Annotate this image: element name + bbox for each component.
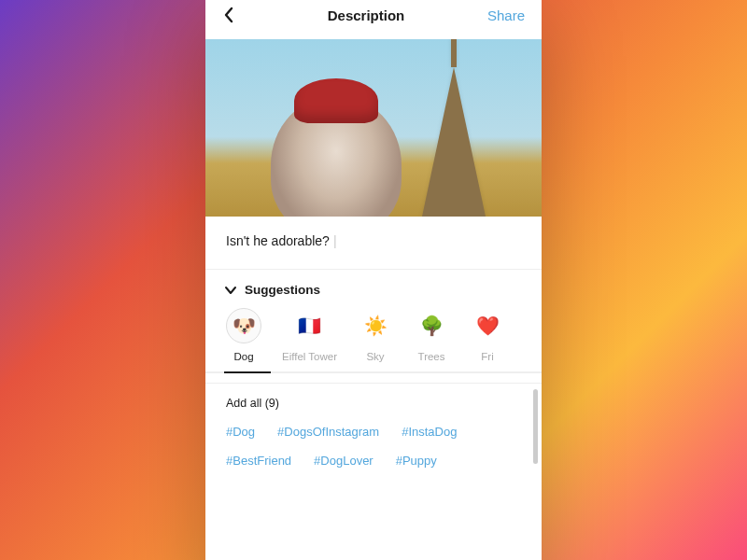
suggestions-label: Suggestions [245,283,320,297]
category-sky[interactable]: ☀️ Sky [358,308,393,362]
dog-illustration [271,95,402,217]
page-title: Description [328,7,405,23]
suggestions-toggle[interactable]: Suggestions [224,283,523,297]
hashtag[interactable]: #InstaDog [402,425,457,439]
category-friends[interactable]: ❤️ Fri [470,308,505,362]
category-label: Fri [481,351,493,362]
hashtag[interactable]: #DogLover [314,454,374,468]
share-button[interactable]: Share [487,7,525,23]
category-tabs: 🐶 Dog 🇫🇷 Eiffel Tower ☀️ Sky 🌳 Trees ❤️ … [224,308,523,362]
hashtag[interactable]: #DogsOfInstagram [277,425,379,439]
hashtag[interactable]: #Puppy [396,454,437,468]
heart-icon: ❤️ [470,308,505,343]
category-label: Dog [233,351,253,362]
category-label: Sky [366,351,384,362]
eiffel-tower-icon [422,67,486,217]
hashtag-area: Add all (9) #Dog #DogsOfInstagram #Insta… [205,384,542,484]
dog-icon: 🐶 [226,308,261,343]
category-label: Trees [418,351,445,362]
caption-input[interactable]: Isn't he adorable? [205,217,542,270]
france-flag-icon: 🇫🇷 [292,308,328,343]
tag-row: #BestFriend #DogLover #Puppy [226,454,521,468]
scrollbar[interactable] [533,389,538,464]
post-photo[interactable] [205,39,542,217]
caption-text: Isn't he adorable? [226,233,337,248]
hashtag[interactable]: #Dog [226,425,255,439]
category-trees[interactable]: 🌳 Trees [414,308,449,362]
tree-icon: 🌳 [414,308,449,343]
suggestions-section: Suggestions 🐶 Dog 🇫🇷 Eiffel Tower ☀️ Sky… [205,270,542,384]
category-eiffel[interactable]: 🇫🇷 Eiffel Tower [282,308,337,362]
category-label: Eiffel Tower [282,351,337,362]
category-dog[interactable]: 🐶 Dog [226,308,261,362]
add-all-button[interactable]: Add all (9) [226,397,521,410]
sun-icon: ☀️ [358,308,393,343]
chevron-down-icon [224,286,237,295]
header-bar: Description Share [205,0,542,39]
tag-row: #Dog #DogsOfInstagram #InstaDog [226,425,521,439]
phone-frame: Description Share Isn't he adorable? Sug… [205,0,542,560]
chevron-left-icon [222,7,235,23]
tab-indicator [205,371,542,373]
hashtag[interactable]: #BestFriend [226,454,291,468]
back-button[interactable] [222,7,245,23]
